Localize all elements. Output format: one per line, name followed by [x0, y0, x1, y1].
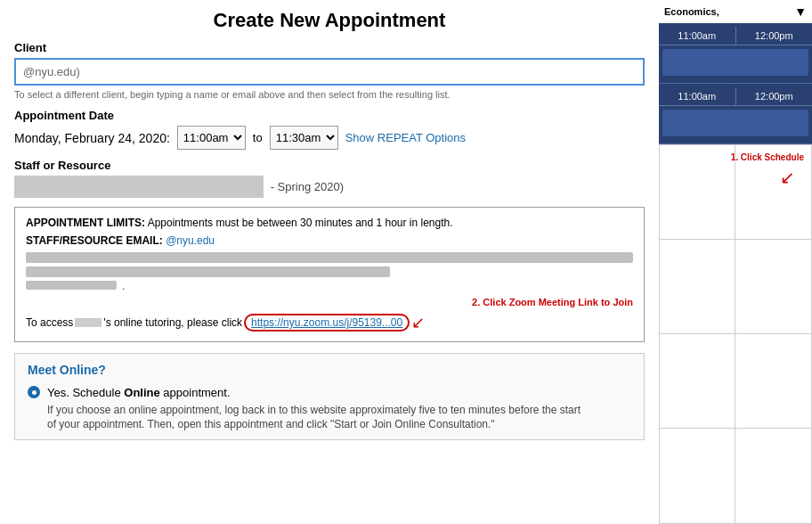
- zoom-intro: To access: [26, 316, 73, 329]
- appointment-date-row: Monday, February 24, 2020: 10:00am 10:30…: [14, 126, 645, 150]
- side-time-row-1: 11:00am 12:00pm: [659, 27, 812, 45]
- grey-bar-1: [26, 252, 633, 263]
- side-time-cell-2: 12:00pm: [736, 27, 813, 45]
- radio-online[interactable]: [28, 386, 40, 398]
- limits-label: APPOINTMENT LIMITS:: [26, 217, 145, 229]
- staff-input[interactable]: [14, 176, 264, 198]
- grey-bar-2: [26, 266, 390, 277]
- sub-text-1: If you choose an online appointment, log…: [47, 404, 581, 416]
- dot-text: .: [122, 281, 125, 293]
- meet-online-box: Meet Online? Yes. Schedule Online appoin…: [14, 353, 645, 440]
- schedule-arrow-icon: ↙: [780, 167, 795, 188]
- main-panel: Create New Appointment Client To select …: [0, 0, 659, 524]
- blurred-name: [75, 318, 102, 327]
- side-time-cell-4: 12:00pm: [736, 87, 813, 105]
- info-box: APPOINTMENT LIMITS: Appointments must be…: [14, 207, 645, 342]
- spring-label: - Spring 2020): [271, 180, 344, 193]
- client-input[interactable]: [14, 58, 645, 86]
- arrow-icon: ↙: [411, 313, 425, 332]
- zoom-link-row: To access 's online tutoring, please cli…: [26, 313, 633, 332]
- zoom-mid: 's online tutoring, please click: [103, 316, 242, 329]
- staff-email-row: STAFF/RESOURCE EMAIL: @nyu.edu: [26, 234, 633, 247]
- date-text: Monday, February 24, 2020:: [14, 131, 170, 145]
- grid-cell-8: [735, 429, 811, 523]
- limits-text: Appointments must be between 30 minutes …: [148, 217, 453, 229]
- side-header: Economics, ▼: [659, 0, 812, 23]
- page-title: Create New Appointment: [14, 9, 645, 32]
- zoom-annotation: 2. Click Zoom Meeting Link to Join: [26, 297, 633, 307]
- schedule-annotation: 1. Click Schedule: [731, 152, 804, 162]
- sub-text-2: of your appointment. Then, open this app…: [47, 418, 581, 430]
- zoom-link[interactable]: https://nyu.zoom.us/j/95139...00: [244, 314, 410, 332]
- radio-text: Yes. Schedule Online appointment.: [47, 384, 581, 402]
- side-section-1: 11:00am 12:00pm: [659, 23, 812, 84]
- client-label: Client: [14, 41, 645, 54]
- chevron-down-icon[interactable]: ▼: [794, 4, 807, 19]
- meet-online-title: Meet Online?: [28, 363, 631, 377]
- side-time-cell-3: 11:00am: [659, 87, 736, 105]
- side-block-1: [662, 49, 808, 76]
- staff-label: Staff or Resource: [14, 159, 645, 172]
- radio-bold: Online: [124, 386, 159, 399]
- grid-cell-4: [735, 240, 811, 334]
- staff-section: Staff or Resource - Spring 2020): [14, 159, 645, 198]
- grid-cell-5: [660, 334, 735, 429]
- grid-cell-6: [735, 334, 811, 429]
- grid-cell-7: [660, 429, 735, 523]
- radio-inner: [32, 390, 37, 395]
- grid-cell-3: [660, 240, 735, 334]
- side-time-row-2: 11:00am 12:00pm: [659, 87, 812, 106]
- client-hint: To select a different client, begin typi…: [14, 89, 645, 100]
- staff-email-link[interactable]: @nyu.edu: [166, 234, 215, 247]
- grid-cell-1: [660, 145, 735, 240]
- repeat-link[interactable]: Show REPEAT Options: [345, 131, 466, 144]
- grey-bar-3: [26, 281, 117, 290]
- end-time-select[interactable]: 11:00am 11:30am 12:00pm 12:30pm: [270, 126, 338, 150]
- start-time-select[interactable]: 10:00am 10:30am 11:00am 11:30am 12:00pm: [177, 126, 246, 150]
- email-label: STAFF/RESOURCE EMAIL:: [26, 234, 163, 247]
- radio-row: Yes. Schedule Online appointment. If you…: [28, 384, 631, 430]
- appointment-date-label: Appointment Date: [14, 109, 645, 122]
- side-white-grid: 1. Click Schedule ↙: [659, 144, 812, 524]
- radio-suffix: appointment.: [163, 386, 230, 399]
- radio-label: Yes. Schedule: [47, 386, 121, 399]
- radio-text-block: Yes. Schedule Online appointment. If you…: [47, 384, 581, 430]
- appt-limits: APPOINTMENT LIMITS: Appointments must be…: [26, 217, 633, 229]
- side-section-2: 11:00am 12:00pm: [659, 84, 812, 144]
- side-time-cell-1: 11:00am: [659, 27, 736, 45]
- side-block-2: [662, 110, 808, 136]
- side-dropdown-label: Economics,: [664, 6, 719, 17]
- side-panel: Economics, ▼ 11:00am 12:00pm 11:00am 12:…: [659, 0, 812, 524]
- to-text: to: [253, 131, 263, 144]
